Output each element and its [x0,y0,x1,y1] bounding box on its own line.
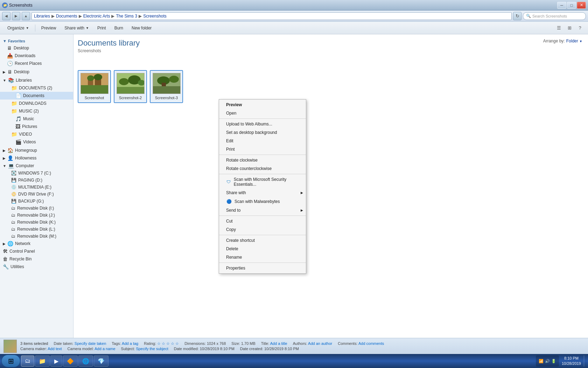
status-comments-val[interactable]: Add comments [358,341,384,346]
sidebar-item-recycle[interactable]: 🗑 Recycle Bin [0,255,73,263]
cm-rename[interactable]: Rename [219,253,306,261]
refresh-button[interactable]: ↻ [513,12,522,20]
sidebar-item-network[interactable]: ▶ 🌐 Network [0,240,73,247]
sidebar-item-homegroup[interactable]: ▶ 🏠 Homegroup [0,146,73,154]
sidebar-item-downloads[interactable]: 📥 Downloads [0,52,73,60]
sidebar-item-music2[interactable]: 📁 MUSIC (2) [0,107,73,115]
path-electronic-arts[interactable]: Electronic Arts [83,14,110,19]
close-button[interactable]: ✕ [577,2,586,9]
cm-scan-mb[interactable]: 🔵 Scan with Malwarebytes [219,197,306,206]
view-large-button[interactable]: ⊞ [565,23,574,33]
path-libraries[interactable]: Libraries [34,14,50,19]
taskbar-item-vlc[interactable]: 🔶 [63,355,78,367]
downloads-label: Downloads [15,53,35,58]
cm-delete[interactable]: Delete [219,245,306,253]
sidebar-item-control-panel[interactable]: 🛠 Control Panel [0,247,73,255]
file-item-1[interactable]: Screenshot [78,70,111,103]
cm-rotate-ccw[interactable]: Rotate counterclockwise [219,164,306,173]
taskbar-item-files[interactable]: 📁 [35,355,50,367]
taskbar-item-media[interactable]: ▶ [50,355,62,367]
status-subject-val[interactable]: Specify the subject [136,347,168,351]
status-rating-val[interactable]: ☆ ☆ ☆ ☆ ☆ [157,341,179,346]
cm-create-shortcut[interactable]: Create shortcut [219,236,306,245]
minimize-button[interactable]: ─ [557,2,566,9]
sidebar-item-downloads-lib[interactable]: 📁 DOWNLOADS [0,100,73,107]
status-camera-maker-val[interactable]: Add text [48,347,62,351]
status-title-val[interactable]: Add a title [270,341,287,346]
clock[interactable]: 8:10 PM 10/28/2019 [562,356,581,367]
sidebar-drive-l[interactable]: 🗂 Removable Disk (L:) [0,226,73,233]
music-icon: 🎵 [15,116,21,122]
cm-edit[interactable]: Edit [219,137,306,145]
cm-open[interactable]: Open [219,109,306,117]
up-button[interactable]: ▲ [22,12,30,20]
path-sims3[interactable]: The Sims 3 [116,14,137,19]
drive-m-icon: 🗂 [11,234,15,239]
sidebar-item-music[interactable]: 🎵 Music [0,115,73,123]
sidebar-item-documents[interactable]: 📄 Documents [0,92,73,100]
show-desktop-button[interactable] [584,355,587,367]
status-bar: 3 items selected Date taken: Specify dat… [0,338,588,354]
sidebar-item-video[interactable]: 📁 VIDEO [0,130,73,138]
taskbar-item-sims[interactable]: 💎 [94,355,108,367]
cm-print[interactable]: Print [219,145,306,154]
file-item-3[interactable]: Screenshot-3 [150,70,183,103]
sidebar-drive-m[interactable]: 🗂 Removable Disk (M:) [0,233,73,240]
sidebar-drive-i[interactable]: 🗂 Removable Disk (I:) [0,205,73,212]
sidebar-drive-f[interactable]: 📀 DVD RW Drive (F:) [0,191,73,198]
help-button[interactable]: ? [575,23,584,33]
path-screenshots[interactable]: Screenshots [143,14,167,19]
cm-send-to[interactable]: Send to [219,206,306,214]
sidebar-item-utilities[interactable]: 🔧 Utilities [0,263,73,271]
search-box[interactable]: 🔍 Search Screenshots [523,12,586,20]
status-date-taken-val[interactable]: Specify date taken [75,341,106,346]
favorites-header[interactable]: ▼ Favorites [0,38,73,44]
taskbar-item-explorer[interactable]: 🗂 [21,355,34,367]
cm-copy[interactable]: Copy [219,225,306,234]
new-folder-button[interactable]: New folder [128,23,155,33]
sidebar-item-computer[interactable]: ▼ 💻 Computer [0,162,73,170]
taskbar-item-chrome[interactable]: 🌐 [78,355,93,367]
preview-button[interactable]: Preview [37,23,60,33]
sidebar-item-desktop-tree[interactable]: ▶ 🖥 Desktop [0,68,73,76]
status-authors-val[interactable]: Add an author [308,341,332,346]
sidebar-drive-e[interactable]: 💿 MULTIMEDIA (E:) [0,184,73,191]
start-button[interactable]: ⊞ [1,355,20,367]
cm-rotate-cw[interactable]: Rotate clockwise [219,156,306,164]
file-item-2[interactable]: Screenshot-2 [114,70,147,103]
sidebar-libraries-header[interactable]: ▼ 📚 Libraries [0,76,73,84]
status-camera-model-val[interactable]: Add a name [94,347,115,351]
drive-l-icon: 🗂 [11,227,15,232]
forward-button[interactable]: ▶ [12,12,20,20]
burn-button[interactable]: Burn [111,23,127,33]
cm-scan-mse[interactable]: 🛡 Scan with Microsoft Security Essential… [219,175,306,189]
sidebar-item-recent[interactable]: 🕒 Recent Places [0,60,73,67]
maximize-button[interactable]: □ [567,2,576,9]
cm-upload[interactable]: Upload to Web Albums... [219,120,306,128]
sidebar-drive-c[interactable]: 💽 WINDOWS 7 (C:) [0,170,73,177]
cm-share-with[interactable]: Share with [219,189,306,197]
cm-properties[interactable]: Properties [219,264,306,272]
share-with-button[interactable]: Share with ▼ [61,23,93,33]
arrange-value[interactable]: Folder ▼ [566,39,582,43]
print-button[interactable]: Print [93,23,110,33]
sidebar-item-videos[interactable]: 🎬 Videos [0,138,73,146]
sidebar-drive-k[interactable]: 🗂 Removable Disk (K:) [0,219,73,226]
organize-button[interactable]: Organize ▼ [4,23,33,33]
cm-preview[interactable]: Preview [219,101,306,109]
sidebar-drive-d[interactable]: 💾 PAGING (D:) [0,177,73,184]
cm-cut[interactable]: Cut [219,217,306,225]
sidebar-item-hollowness[interactable]: ▶ 👤 Hollowness [0,154,73,162]
status-tags-val[interactable]: Add a tag [122,341,138,346]
file-name-2: Screenshot-2 [119,95,142,100]
view-details-button[interactable]: ☰ [554,23,564,33]
path-documents[interactable]: Documents [56,14,77,19]
sidebar-drive-j[interactable]: 🗂 Removable Disk (J:) [0,212,73,219]
address-path[interactable]: Libraries ▶ Documents ▶ Electronic Arts … [31,12,512,20]
sidebar-drive-g[interactable]: 💾 BACKUP (G:) [0,198,73,205]
sidebar-item-pictures[interactable]: 🖼 Pictures [0,123,73,130]
cm-set-desktop[interactable]: Set as desktop background [219,128,306,137]
sidebar-item-documents2[interactable]: 📁 DOCUMENTS (2) [0,84,73,92]
back-button[interactable]: ◀ [2,12,10,20]
sidebar-item-desktop[interactable]: 🖥 Desktop [0,44,73,52]
